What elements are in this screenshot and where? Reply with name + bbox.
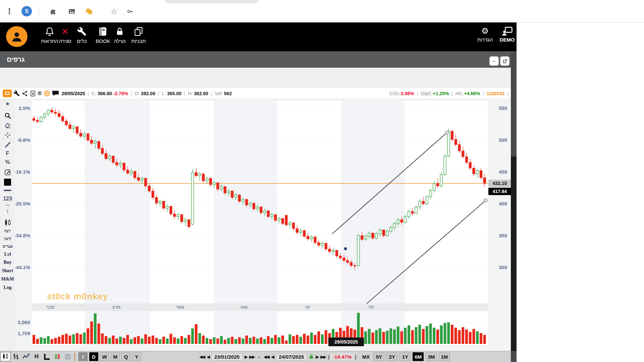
candle-body	[354, 265, 356, 266]
candle-body	[47, 110, 50, 114]
period-button-Q[interactable]: Q	[121, 352, 130, 361]
drawing-handle[interactable]	[484, 199, 487, 202]
rail-item-9[interactable]: Lvl	[0, 252, 15, 257]
range-button-6M[interactable]: 6M	[413, 352, 424, 361]
step-back-button[interactable]: ◀	[207, 354, 209, 359]
rail-item-0[interactable]: ★	[0, 101, 15, 107]
copy-pages-icon	[127, 25, 150, 38]
candle-body	[130, 171, 132, 173]
share-icon[interactable]	[21, 90, 28, 97]
rail-item-7[interactable]: קיצון	[0, 236, 15, 241]
rail-item-6[interactable]: רצף	[0, 229, 15, 234]
browser-menu-icon[interactable]: ⋮	[5, 7, 14, 16]
volume-bar	[285, 341, 288, 344]
settings-button[interactable]: ⚙ הגדרות	[475, 25, 495, 43]
period-button-W[interactable]: W	[100, 352, 109, 361]
range-button-3M[interactable]: 3M	[426, 352, 437, 361]
browser-tab[interactable]	[165, 0, 258, 3]
target-icon[interactable]	[44, 90, 50, 97]
candles-compare-icon[interactable]	[0, 219, 15, 227]
export-excel-icon[interactable]	[30, 90, 36, 97]
rail-item-3[interactable]: 123	[0, 196, 15, 202]
rail-item-8[interactable]: פערים	[0, 244, 15, 249]
drawing-handle[interactable]	[445, 131, 448, 134]
skip-next-button[interactable]: ▶▶	[320, 354, 326, 359]
start-date-input[interactable]: 23/01/2025	[211, 353, 243, 360]
rail-search-icon[interactable]	[0, 112, 15, 119]
rail-item-4[interactable]: ↔	[0, 201, 15, 207]
separator: |	[157, 91, 161, 96]
price-chart-svg[interactable]: 2.5%550-6.8%500-16.1%450-25.5%400-34.8%3…	[15, 99, 517, 351]
period-button-D[interactable]: D	[89, 352, 98, 361]
range-button-1Y[interactable]: 1Y	[399, 352, 411, 361]
comment-bubble-icon[interactable]	[52, 90, 59, 97]
coins-extension-icon[interactable]	[85, 7, 94, 16]
color-swatch[interactable]	[4, 179, 11, 186]
skip-first-button[interactable]: ◀◀	[264, 354, 269, 359]
volume-colors-button[interactable]	[52, 352, 62, 361]
step-style-button[interactable]	[42, 352, 52, 361]
skip-first-button[interactable]: ◀◀	[199, 354, 205, 359]
period-button-I[interactable]: I	[78, 352, 88, 361]
annotation-edit-icon[interactable]	[0, 169, 15, 176]
candle-body	[365, 236, 367, 240]
image-extension-icon[interactable]	[67, 7, 76, 16]
range-button-2Y[interactable]: 2Y	[386, 352, 397, 361]
rail-item-2[interactable]: %	[0, 159, 15, 165]
lock-button[interactable]: נעילה	[110, 25, 129, 44]
close-button[interactable]: ✕ סגירה	[56, 25, 74, 44]
line-style-swatch[interactable]	[4, 190, 11, 191]
minimize-button[interactable]: −	[489, 56, 499, 66]
crosshair-icon[interactable]	[0, 131, 15, 139]
candle-body	[382, 230, 385, 236]
trendline-tool-icon[interactable]	[0, 141, 15, 148]
skip-next-button[interactable]: ▶▶	[249, 354, 255, 359]
scrollbar-thumb[interactable]	[511, 157, 517, 351]
rail-item-1[interactable]: F	[0, 150, 15, 157]
range-button-1M[interactable]: 1M	[439, 352, 450, 361]
high-low-style-button[interactable]: H	[32, 352, 42, 361]
line-style-button[interactable]	[21, 352, 31, 361]
candle-body	[87, 134, 89, 140]
chart-type-button[interactable]	[3, 89, 12, 97]
rail-item-13[interactable]: Log	[0, 285, 15, 290]
period-button-Y[interactable]: Y	[132, 352, 141, 361]
candle-body	[94, 141, 96, 143]
registered-mark-icon[interactable]: ®	[38, 90, 42, 97]
step-forward-button[interactable]: ▶	[316, 354, 318, 359]
volume-bar	[325, 330, 327, 344]
volume-bar	[300, 337, 302, 344]
chart-settings-wrench-icon[interactable]	[13, 90, 20, 97]
popout-button[interactable]	[500, 56, 509, 66]
end-date-input[interactable]: 24/07/2025	[276, 353, 307, 360]
ohlc-bars-style-button[interactable]	[11, 352, 21, 361]
candle-body	[69, 125, 71, 128]
period-button-M[interactable]: M	[111, 352, 120, 361]
tools-button[interactable]: כלים	[72, 25, 91, 44]
password-key-icon[interactable]	[125, 7, 135, 16]
save-icon[interactable]	[63, 352, 73, 361]
candle-body	[336, 250, 338, 256]
rail-item-12[interactable]: M&M	[0, 277, 15, 282]
templates-button[interactable]: תבניות	[127, 25, 150, 44]
step-forward-button[interactable]: ▶	[245, 354, 247, 359]
candle-body	[206, 178, 208, 181]
user-avatar[interactable]	[6, 26, 28, 47]
candle-body	[134, 171, 136, 178]
close-label: C:	[92, 91, 96, 96]
bookmark-star-icon[interactable]: ☆	[109, 7, 119, 16]
step-back-button[interactable]: ◀	[271, 354, 274, 359]
candle-body	[368, 233, 370, 236]
rail-item-10[interactable]: Buy	[0, 260, 15, 265]
range-button-5Y[interactable]: 5Y	[373, 352, 384, 361]
candlestick-style-button[interactable]	[0, 352, 10, 361]
rail-item-11[interactable]: Short	[0, 268, 15, 274]
lock-range-icon[interactable]	[309, 354, 314, 360]
eraser-icon[interactable]	[0, 121, 15, 129]
extensions-puzzle-icon[interactable]	[49, 7, 58, 16]
range-button-MX[interactable]: MX	[360, 352, 371, 361]
candle-body	[33, 118, 35, 120]
demo-mode-button[interactable]: DEMO	[497, 25, 517, 43]
profile-avatar[interactable]: S	[21, 6, 32, 16]
rail-item-5[interactable]: ↕	[0, 208, 15, 214]
